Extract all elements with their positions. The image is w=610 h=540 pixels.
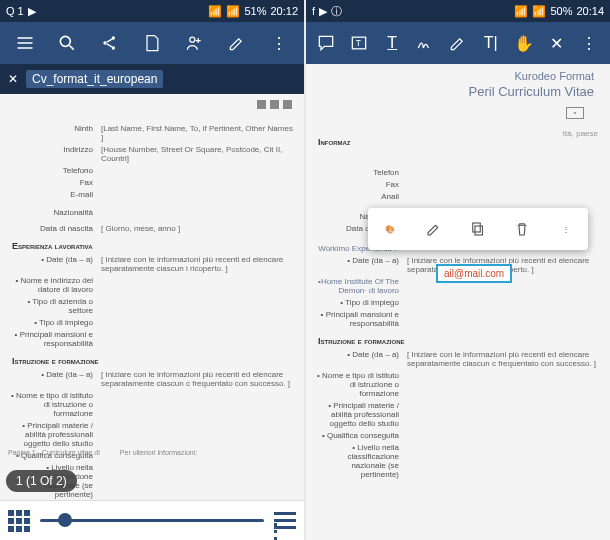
ist-hint: [ Iniziare con le informazioni più recen…: [407, 350, 604, 368]
signature-icon[interactable]: [415, 33, 435, 53]
search-icon[interactable]: [57, 33, 77, 53]
annotation-toolbar: T T T| ✋ ✕ ⋮: [306, 22, 610, 64]
doc-logo: [257, 100, 292, 109]
ist-qualifica: • Qualifica conseguita: [312, 431, 407, 440]
field-fax: Fax: [6, 178, 101, 187]
svg-text:T: T: [356, 38, 361, 48]
ist-materie: • Principali materie / abilità professio…: [312, 401, 407, 428]
work-home: •Home Institute Of The Demon· di lavoro: [312, 277, 407, 295]
status-bar: f ▶ ⓘ 📶 📶 50% 20:14: [306, 0, 610, 22]
ist-istituto: • Nome e tipo di istituto di istruzione …: [312, 371, 407, 398]
signal-icon: 📶: [532, 5, 546, 18]
overflow-icon[interactable]: ⋮: [269, 33, 289, 53]
page-indicator: 1 (1 Of 2): [6, 470, 77, 492]
copy-icon[interactable]: [467, 218, 489, 240]
doc-title-2: Peril Curriculum Vitae: [312, 84, 604, 107]
value-addr: [House Number, Street Or Square, Postcod…: [101, 145, 298, 163]
close-tab-icon[interactable]: ✕: [8, 72, 18, 86]
flag-icon: ⚬: [566, 107, 584, 119]
main-toolbar: ⋮: [0, 22, 304, 64]
outline-icon[interactable]: [274, 512, 296, 529]
exp-mansioni: • Principali mansioni e responsabilità: [6, 330, 101, 348]
menu-icon[interactable]: [15, 33, 35, 53]
bottom-bar: [0, 500, 304, 540]
edit-popup: 🎨 ⋮: [368, 208, 588, 250]
battery-text: 50%: [550, 5, 572, 17]
selection-box[interactable]: ail@mail.com: [436, 264, 512, 283]
selected-annotation[interactable]: ail@mail.com: [436, 264, 512, 283]
overflow-icon[interactable]: ⋮: [579, 33, 599, 53]
exp-azienda: • Tipo di azienda o settore: [6, 297, 101, 315]
exp-date: • Date (da – a): [6, 255, 101, 273]
doc-title-1: Kurodeo Format: [312, 66, 604, 84]
section-istruzione: Istruzione e formazione: [312, 336, 604, 346]
document-area[interactable]: Ninth[Last Name, First Name, To, if Pert…: [0, 94, 304, 500]
device-right: f ▶ ⓘ 📶 📶 50% 20:14 T T T| ✋ ✕ ⋮ Kurodeo…: [306, 0, 610, 540]
page-slider[interactable]: [40, 519, 264, 522]
pencil-icon[interactable]: [423, 218, 445, 240]
document-area[interactable]: Kurodeo Format Peril Curriculum Vitae ⚬ …: [306, 64, 610, 540]
exp-impiego: • Tipo di impiego: [6, 318, 101, 327]
doc-footer: Pagina 1 - Curriculum vitae diPer ulteri…: [8, 449, 197, 456]
field-anail: Anail: [312, 192, 407, 201]
file-tab: ✕ Cv_format_it_european: [0, 64, 304, 94]
ist-date: • Date (da – a): [6, 370, 101, 388]
wifi-icon: 📶: [514, 5, 528, 18]
ist-livello: • Livello nella classificazione nazional…: [312, 443, 407, 479]
section-info: Informaz: [312, 137, 382, 147]
text-box-icon[interactable]: T: [349, 33, 369, 53]
value-name: [Last Name, First Name, To, if Pertinent…: [101, 124, 298, 142]
facebook-icon: f: [312, 5, 315, 17]
svg-rect-8: [473, 223, 481, 232]
text-tool-icon[interactable]: T|: [481, 33, 501, 53]
hand-icon[interactable]: ✋: [514, 33, 534, 53]
svg-point-1: [103, 41, 106, 44]
edit-icon[interactable]: [227, 33, 247, 53]
section-istruzione: Istruzione e formazione: [6, 356, 298, 366]
work-date: • Date (da – a): [312, 256, 407, 274]
play-icon: ▶: [28, 5, 36, 18]
status-bar: Q 1 ▶ 📶 📶 51% 20:12: [0, 0, 304, 22]
field-email: E-mail: [6, 190, 101, 199]
play-icon: ▶: [319, 5, 327, 18]
svg-rect-7: [475, 226, 483, 235]
work-mansioni: • Principali mansioni e responsabilità: [312, 310, 407, 328]
underline-icon[interactable]: T: [382, 33, 402, 53]
field-dob: Data di nascita: [6, 224, 101, 233]
field-naz: Nazionalità: [6, 208, 101, 217]
share-icon[interactable]: [100, 33, 120, 53]
slider-thumb[interactable]: [58, 513, 72, 527]
carrier-text: Q 1: [6, 5, 24, 17]
work-impiego: • Tipo di impiego: [312, 298, 407, 307]
device-left: Q 1 ▶ 📶 📶 51% 20:12 ⋮ ✕ Cv_format_it_eur…: [0, 0, 304, 540]
filename-text: Cv_format_it_european: [26, 70, 163, 88]
clock-text: 20:14: [576, 5, 604, 17]
thumbnail-grid-icon[interactable]: [8, 510, 30, 532]
ist-istituto: • Nome e tipo di istituto di istruzione …: [6, 391, 101, 418]
battery-text: 51%: [244, 5, 266, 17]
clock-text: 20:12: [270, 5, 298, 17]
field-indirizzo: Indirizzo: [6, 145, 101, 163]
ist-hint: [ Iniziare con le informazioni più recen…: [101, 370, 298, 388]
crop-text: ttà, paese: [382, 129, 604, 151]
value-dob: [ Giorno, mese, anno ]: [101, 224, 298, 233]
popup-overflow-icon[interactable]: ⋮: [555, 218, 577, 240]
field-fax: Fax: [312, 180, 407, 189]
exp-hint: [ Iniziare con le informazioni più recen…: [101, 255, 298, 273]
wifi-icon: 📶: [208, 5, 222, 18]
signal-icon: 📶: [226, 5, 240, 18]
color-icon[interactable]: 🎨: [379, 218, 401, 240]
ist-materie: • Principali materie / abilità professio…: [6, 421, 101, 448]
comment-icon[interactable]: [316, 33, 336, 53]
svg-point-0: [61, 36, 71, 46]
ist-date: • Date (da – a): [312, 350, 407, 368]
exp-datore: • Nome e indirizzo del datore di lavoro: [6, 276, 101, 294]
close-icon[interactable]: ✕: [547, 33, 567, 53]
pen-icon[interactable]: [448, 33, 468, 53]
document-icon[interactable]: [142, 33, 162, 53]
info-icon: ⓘ: [331, 4, 342, 19]
add-person-icon[interactable]: [184, 33, 204, 53]
section-esperienza: Esperienza lavorativa: [6, 241, 298, 251]
field-telefon: Telefon: [312, 168, 407, 177]
delete-icon[interactable]: [511, 218, 533, 240]
